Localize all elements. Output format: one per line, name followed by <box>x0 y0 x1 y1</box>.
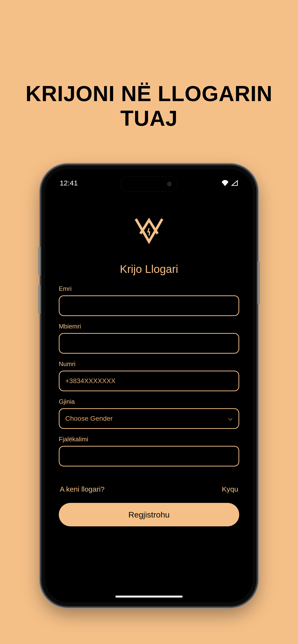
gender-select[interactable]: Choose Gender <box>59 408 239 429</box>
marketing-headline: KRIJONI NË LLOGARIN TUAJ <box>0 82 298 131</box>
phone-input[interactable] <box>59 371 239 391</box>
gender-label: Gjinia <box>59 398 239 406</box>
registration-form: Emri Mbiemri Numri Gjinia Choose Gender <box>59 285 239 526</box>
login-prompt-text: A keni llogari? <box>60 485 105 493</box>
first-name-label: Emri <box>59 285 239 292</box>
wifi-icon <box>221 180 229 186</box>
app-content: Krijo Llogari Emri Mbiemri Numri Gjinia <box>45 205 253 602</box>
gender-selected-value: Choose Gender <box>65 415 113 422</box>
status-icons <box>221 180 238 186</box>
chevron-down-icon <box>228 415 233 422</box>
home-indicator[interactable] <box>115 596 183 598</box>
dynamic-island <box>120 176 178 192</box>
last-name-label: Mbiemri <box>59 323 239 330</box>
last-name-input[interactable] <box>59 333 239 354</box>
first-name-input[interactable] <box>59 296 239 316</box>
gender-field-group: Gjinia Choose Gender <box>59 398 239 429</box>
login-link[interactable]: Kyqu <box>222 485 238 493</box>
login-prompt-row: A keni llogari? Kyqu <box>59 485 239 493</box>
phone-screen: 12:41 <box>45 169 253 602</box>
first-name-field-group: Emri <box>59 285 239 316</box>
password-input[interactable] <box>59 446 239 466</box>
screen-title: Krijo Llogari <box>120 262 178 276</box>
password-label: Fjalëkalimi <box>59 436 239 443</box>
status-time: 12:41 <box>60 179 78 187</box>
phone-label: Numri <box>59 360 239 368</box>
phone-volume-up-button <box>38 247 41 276</box>
cellular-icon <box>231 180 238 186</box>
phone-volume-down-button <box>38 285 41 314</box>
phone-device-frame: 12:41 <box>42 165 256 606</box>
password-field-group: Fjalëkalimi <box>59 436 239 466</box>
phone-power-button <box>257 261 260 304</box>
last-name-field-group: Mbiemri <box>59 323 239 354</box>
phone-field-group: Numri <box>59 360 239 391</box>
camera-icon <box>167 182 172 186</box>
register-button[interactable]: Regjistrohu <box>59 503 239 526</box>
app-logo <box>131 215 167 250</box>
